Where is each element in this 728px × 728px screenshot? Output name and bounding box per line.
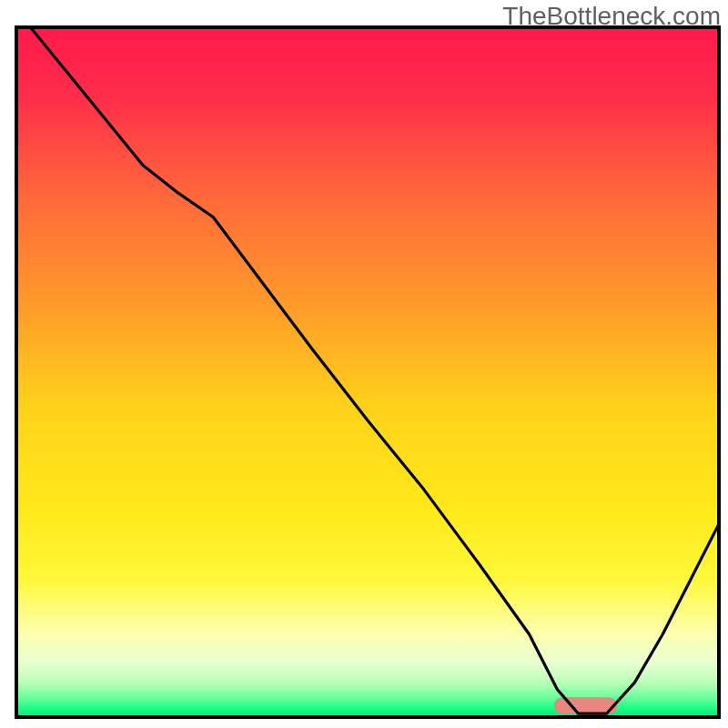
chart-container: { "watermark": "TheBottleneck.com", "cha…	[0, 0, 728, 728]
bottleneck-chart	[0, 0, 728, 728]
heat-gradient	[16, 27, 719, 717]
watermark-text: TheBottleneck.com	[502, 2, 721, 31]
